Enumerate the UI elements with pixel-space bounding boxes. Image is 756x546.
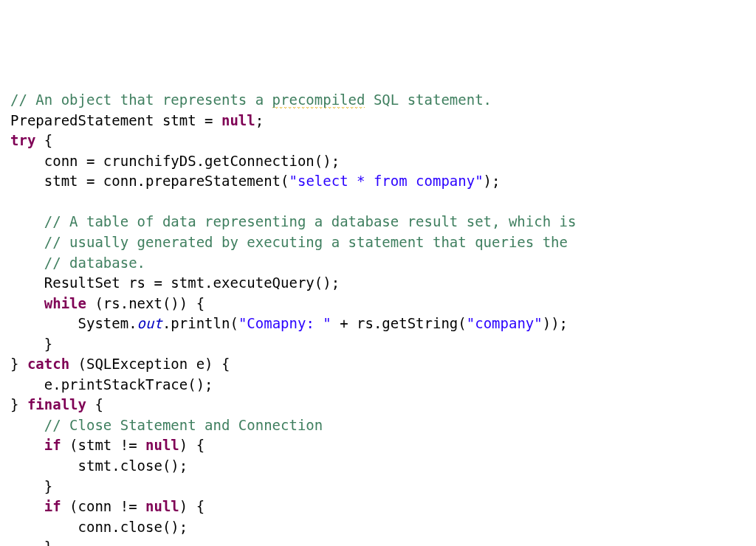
- code-token: System.: [78, 315, 137, 331]
- code-token: finally: [27, 396, 86, 412]
- code-token: // database.: [44, 255, 145, 271]
- code-token: null: [145, 437, 179, 453]
- code-token: e.printStackTrace();: [44, 376, 213, 393]
- code-token: if: [44, 437, 61, 453]
- code-token: stmt = conn.prepareStatement(: [44, 173, 289, 189]
- code-token: }: [44, 539, 52, 546]
- code-line: if (stmt != null) {: [10, 435, 746, 456]
- code-line: // A table of data representing a databa…: [10, 212, 746, 232]
- code-token: ResultSet rs = stmt.executeQuery();: [44, 274, 340, 291]
- code-token: (SQLException e) {: [69, 356, 230, 372]
- code-line: // database.: [10, 253, 746, 274]
- code-line: stmt.close();: [10, 456, 746, 477]
- code-token: }: [44, 336, 52, 352]
- code-token: }: [44, 478, 52, 494]
- code-line: }: [10, 477, 746, 497]
- code-token: // An object that represents a: [10, 91, 272, 108]
- code-token: out: [137, 315, 162, 331]
- code-token: .println(: [162, 315, 238, 331]
- code-token: (stmt !=: [61, 437, 145, 453]
- code-token: null: [221, 112, 255, 128]
- code-line: try {: [10, 131, 746, 151]
- code-token: ) {: [179, 437, 205, 453]
- code-token: while: [44, 295, 86, 311]
- code-token: "Comapny: ": [238, 315, 331, 331]
- code-token: (rs.next()) {: [86, 295, 205, 311]
- code-token: {: [35, 132, 52, 148]
- code-line: e.printStackTrace();: [10, 375, 746, 395]
- code-token: }: [10, 396, 27, 412]
- code-line: }: [10, 537, 746, 546]
- code-token: stmt.close();: [78, 457, 188, 474]
- code-block: // An object that represents a precompil…: [10, 90, 746, 546]
- code-line: while (rs.next()) {: [10, 294, 746, 314]
- code-token: null: [145, 498, 179, 514]
- code-line: conn = crunchifyDS.getConnection();: [10, 151, 746, 172]
- code-token: if: [44, 498, 61, 514]
- code-line: if (conn != null) {: [10, 497, 746, 517]
- code-line: PreparedStatement stmt = null;: [10, 111, 746, 131]
- code-token: {: [86, 396, 103, 412]
- code-line: // An object that represents a precompil…: [10, 90, 746, 111]
- code-token: // usually generated by executing a stat…: [44, 234, 568, 250]
- code-token: "company": [467, 315, 543, 331]
- code-line: conn.close();: [10, 517, 746, 538]
- code-line: System.out.println("Comapny: " + rs.getS…: [10, 314, 746, 334]
- code-token: "select * from company": [289, 173, 484, 189]
- code-token: catch: [27, 356, 69, 372]
- code-token: ;: [255, 112, 264, 128]
- code-token: conn = crunchifyDS.getConnection();: [44, 153, 340, 169]
- code-token: PreparedStatement stmt =: [10, 112, 221, 128]
- code-line: [10, 192, 746, 212]
- code-token: );: [484, 173, 501, 189]
- code-line: // Close Statement and Connection: [10, 415, 746, 436]
- code-token: }: [10, 356, 27, 372]
- code-line: ResultSet rs = stmt.executeQuery();: [10, 273, 746, 294]
- code-token: precompiled: [272, 91, 365, 109]
- code-line: stmt = conn.prepareStatement("select * f…: [10, 171, 746, 192]
- code-token: ) {: [179, 498, 205, 514]
- code-line: } catch (SQLException e) {: [10, 354, 746, 375]
- code-line: // usually generated by executing a stat…: [10, 232, 746, 253]
- code-token: try: [10, 132, 35, 148]
- code-token: // A table of data representing a databa…: [44, 213, 577, 229]
- code-token: conn.close();: [78, 519, 188, 535]
- code-token: (conn !=: [61, 498, 145, 514]
- code-token: SQL statement.: [365, 91, 492, 108]
- code-token: ));: [543, 315, 568, 331]
- code-token: + rs.getString(: [331, 315, 467, 331]
- code-line: } finally {: [10, 395, 746, 415]
- code-token: // Close Statement and Connection: [44, 417, 323, 433]
- code-line: }: [10, 334, 746, 355]
